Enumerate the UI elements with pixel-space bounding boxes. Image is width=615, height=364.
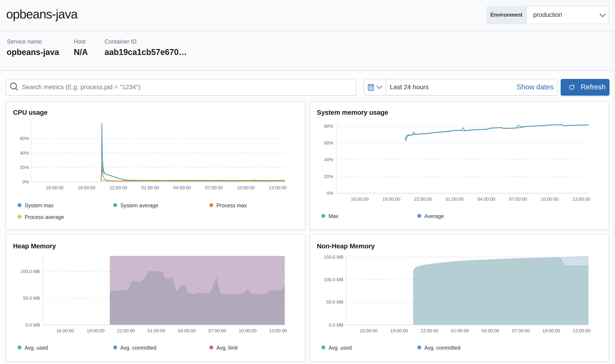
svg-text:80%: 80% [324,124,333,129]
svg-text:10:00:00: 10:00:00 [237,185,255,190]
svg-text:04:00:00: 04:00:00 [478,197,495,202]
svg-text:07:00:00: 07:00:00 [512,328,530,333]
svg-text:16:00:00: 16:00:00 [360,328,378,333]
svg-text:13:00:00: 13:00:00 [269,328,287,333]
svg-text:100.0 MB: 100.0 MB [324,277,343,282]
svg-text:13:00:00: 13:00:00 [269,185,287,190]
svg-text:01:00:00: 01:00:00 [451,328,469,333]
svg-text:16:00:00: 16:00:00 [46,185,63,190]
svg-text:10:00:00: 10:00:00 [541,197,559,202]
svg-text:100.0 MB: 100.0 MB [20,269,40,274]
svg-text:19:00:00: 19:00:00 [78,185,96,190]
svg-text:01:00:00: 01:00:00 [141,185,159,190]
svg-text:19:00:00: 19:00:00 [382,197,400,202]
svg-text:20%: 20% [20,165,29,170]
svg-text:19:00:00: 19:00:00 [87,328,105,333]
svg-text:19:00:00: 19:00:00 [390,328,408,333]
svg-text:60%: 60% [324,141,333,145]
svg-text:22:00:00: 22:00:00 [117,328,135,333]
svg-text:10:00:00: 10:00:00 [239,328,257,333]
svg-text:01:00:00: 01:00:00 [446,197,464,202]
svg-text:60%: 60% [20,136,29,141]
svg-text:04:00:00: 04:00:00 [173,185,191,190]
svg-text:0.0 MB: 0.0 MB [329,323,343,327]
svg-text:40%: 40% [20,151,29,156]
svg-text:50.0 MB: 50.0 MB [327,299,343,304]
svg-text:13:00:00: 13:00:00 [573,328,591,333]
svg-text:22:00:00: 22:00:00 [414,197,432,202]
svg-text:16:00:00: 16:00:00 [351,197,369,202]
svg-text:22:00:00: 22:00:00 [421,328,438,333]
svg-text:40%: 40% [324,157,333,162]
svg-text:10:00:00: 10:00:00 [542,328,560,333]
svg-text:07:00:00: 07:00:00 [205,185,223,190]
svg-text:22:00:00: 22:00:00 [109,185,127,190]
svg-text:0.0 MB: 0.0 MB [26,323,40,327]
svg-text:04:00:00: 04:00:00 [481,328,499,333]
svg-text:150.0 MB: 150.0 MB [324,255,343,260]
svg-text:13:00:00: 13:00:00 [573,197,590,202]
svg-text:20%: 20% [324,174,333,179]
svg-text:01:00:00: 01:00:00 [148,328,165,333]
svg-text:07:00:00: 07:00:00 [208,328,226,333]
svg-text:0%: 0% [327,191,333,196]
svg-text:04:00:00: 04:00:00 [178,328,196,333]
svg-text:50.0 MB: 50.0 MB [23,296,40,301]
svg-text:07:00:00: 07:00:00 [509,197,527,202]
svg-text:16:00:00: 16:00:00 [56,328,74,333]
svg-text:0%: 0% [22,179,29,184]
